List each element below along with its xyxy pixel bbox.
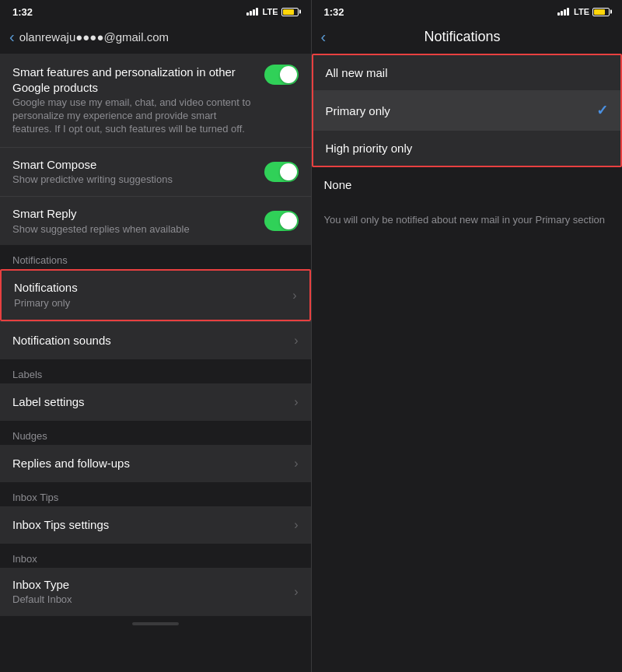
notifications-row[interactable]: Notifications Primary only ›	[0, 269, 311, 320]
notification-sounds-title: Notification sounds	[12, 333, 280, 348]
label-settings-title: Label settings	[12, 394, 280, 410]
right-status-icons: LTE	[557, 7, 610, 16]
smart-reply-row[interactable]: Smart Reply Show suggested replies when …	[0, 197, 311, 245]
smart-features-section: Smart features and personalization in ot…	[0, 54, 311, 147]
inbox-type-chevron-icon: ›	[294, 585, 298, 599]
smart-features-text: Smart features and personalization in ot…	[12, 65, 264, 136]
left-status-bar: 1:32 LTE	[0, 0, 311, 22]
inbox-type-text: Inbox Type Default Inbox	[12, 577, 289, 607]
inbox-type-subtitle: Default Inbox	[12, 593, 280, 607]
left-time: 1:32	[12, 6, 33, 18]
right-status-bar: 1:32 LTE	[312, 0, 623, 22]
left-battery-icon	[281, 8, 299, 16]
notification-sounds-row[interactable]: Notification sounds ›	[0, 322, 311, 359]
primary-only-option[interactable]: Primary only ✓	[313, 91, 621, 131]
replies-followups-row[interactable]: Replies and follow-ups ›	[0, 445, 311, 482]
inbox-type-title: Inbox Type	[12, 577, 280, 593]
notifications-section: Notifications Primary only › Notificatio…	[0, 269, 311, 359]
primary-only-label: Primary only	[326, 104, 390, 117]
smart-compose-row[interactable]: Smart Compose Show predictive writing su…	[0, 148, 311, 197]
primary-only-checkmark-icon: ✓	[596, 102, 608, 119]
left-status-icons: LTE	[246, 7, 299, 16]
notifications-chevron-icon: ›	[292, 289, 296, 303]
notifications-row-title: Notifications	[14, 280, 278, 296]
smart-reply-toggle[interactable]	[264, 211, 299, 231]
left-back-button[interactable]: ‹	[9, 26, 19, 47]
label-settings-row[interactable]: Label settings ›	[0, 383, 311, 421]
label-settings-chevron-icon: ›	[294, 395, 298, 409]
smart-reply-text: Smart Reply Show suggested replies when …	[12, 206, 264, 236]
smart-features-toggle[interactable]	[264, 65, 299, 85]
smart-reply-subtitle: Show suggested replies when available	[12, 223, 255, 236]
inbox-tips-section: Inbox Tips settings ›	[0, 506, 311, 544]
right-battery-icon	[592, 8, 610, 16]
smart-compose-subtitle: Show predictive writing suggestions	[12, 173, 255, 187]
inbox-tips-settings-title: Inbox Tips settings	[12, 517, 280, 533]
inbox-section: Inbox Type Default Inbox ›	[0, 568, 311, 616]
right-nav-title: Notifications	[330, 29, 594, 45]
left-account-title: olanrewaju●●●●@gmail.com	[19, 30, 302, 44]
inbox-tips-settings-text: Inbox Tips settings	[12, 517, 289, 533]
labels-section: Label settings ›	[0, 383, 311, 421]
high-priority-only-option[interactable]: High priority only	[313, 131, 621, 166]
notifications-row-subtitle: Primary only	[14, 297, 278, 310]
left-lte-label: LTE	[263, 7, 278, 16]
inbox-tips-section-label: Inbox Tips	[0, 482, 311, 506]
right-lte-label: LTE	[574, 7, 589, 16]
notification-sounds-chevron-icon: ›	[294, 334, 298, 348]
smart-compose-title: Smart Compose	[12, 157, 255, 173]
inbox-section-label: Inbox	[0, 544, 311, 568]
notifications-options-box: All new mail Primary only ✓ High priorit…	[312, 54, 623, 167]
inbox-type-row[interactable]: Inbox Type Default Inbox ›	[0, 568, 311, 616]
notifications-info-text: You will only be notified about new mail…	[312, 203, 623, 237]
label-settings-text: Label settings	[12, 394, 289, 410]
none-option-row[interactable]: None	[312, 167, 623, 203]
nudges-section-label: Nudges	[0, 421, 311, 445]
right-time: 1:32	[324, 6, 344, 18]
smart-compose-toggle[interactable]	[264, 162, 299, 182]
none-label: None	[324, 178, 352, 191]
notifications-row-text: Notifications Primary only	[14, 280, 288, 310]
scroll-indicator	[132, 622, 179, 625]
left-signal-icon	[246, 8, 258, 16]
all-new-mail-label: All new mail	[326, 66, 388, 79]
nudges-section: Replies and follow-ups ›	[0, 445, 311, 482]
labels-section-label: Labels	[0, 359, 311, 383]
all-new-mail-option[interactable]: All new mail	[313, 55, 621, 91]
replies-followups-text: Replies and follow-ups	[12, 456, 289, 471]
right-back-button[interactable]: ‹	[321, 26, 331, 47]
inbox-tips-settings-row[interactable]: Inbox Tips settings ›	[0, 506, 311, 544]
left-nav-header: ‹ olanrewaju●●●●@gmail.com	[0, 22, 311, 54]
smart-features-title: Smart features and personalization in ot…	[12, 65, 255, 95]
high-priority-only-label: High priority only	[326, 142, 413, 155]
replies-followups-title: Replies and follow-ups	[12, 456, 280, 471]
replies-followups-chevron-icon: ›	[294, 457, 298, 471]
notification-sounds-text: Notification sounds	[12, 333, 289, 348]
left-scroll-content[interactable]: Smart features and personalization in ot…	[0, 54, 311, 672]
smart-features-row[interactable]: Smart features and personalization in ot…	[0, 54, 311, 147]
inbox-tips-chevron-icon: ›	[294, 518, 298, 532]
notifications-section-label: Notifications	[0, 245, 311, 269]
left-panel: 1:32 LTE ‹ olanrewaju●●●●@gmail.com Smar…	[0, 0, 311, 672]
right-panel: 1:32 LTE ‹ Notifications All new mail Pr…	[312, 0, 623, 672]
smart-compose-text: Smart Compose Show predictive writing su…	[12, 157, 264, 187]
right-signal-icon	[557, 8, 569, 16]
smart-reply-title: Smart Reply	[12, 206, 255, 222]
smart-compose-section: Smart Compose Show predictive writing su…	[0, 148, 311, 246]
smart-features-subtitle: Google may use my email, chat, and video…	[12, 96, 255, 136]
right-nav-header: ‹ Notifications	[312, 22, 623, 54]
